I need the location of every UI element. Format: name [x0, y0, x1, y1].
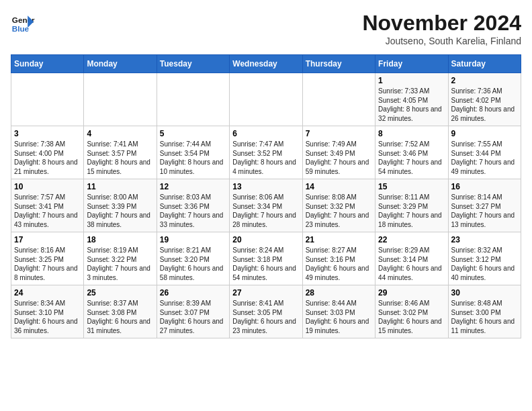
calendar-cell: 9Sunrise: 7:55 AMSunset: 3:44 PMDaylight… [448, 126, 521, 179]
day-detail: Sunrise: 8:44 AMSunset: 3:03 PMDaylight:… [306, 299, 372, 335]
calendar-week-4: 17Sunrise: 8:16 AMSunset: 3:25 PMDayligh… [11, 232, 521, 285]
day-detail: Sunrise: 8:32 AMSunset: 3:12 PMDaylight:… [451, 246, 518, 282]
main-title: November 2024 [362, 11, 521, 36]
calendar-cell: 6Sunrise: 7:47 AMSunset: 3:52 PMDaylight… [230, 126, 302, 179]
day-detail: Sunrise: 8:41 AMSunset: 3:05 PMDaylight:… [232, 299, 299, 335]
calendar-cell: 19Sunrise: 8:21 AMSunset: 3:20 PMDayligh… [157, 232, 229, 285]
day-detail: Sunrise: 8:21 AMSunset: 3:20 PMDaylight:… [160, 246, 226, 282]
day-detail: Sunrise: 8:37 AMSunset: 3:08 PMDaylight:… [87, 299, 153, 335]
calendar-cell: 26Sunrise: 8:39 AMSunset: 3:07 PMDayligh… [157, 285, 229, 338]
day-detail: Sunrise: 8:27 AMSunset: 3:16 PMDaylight:… [306, 246, 372, 282]
calendar-cell: 21Sunrise: 8:27 AMSunset: 3:16 PMDayligh… [302, 232, 375, 285]
calendar-cell: 7Sunrise: 7:49 AMSunset: 3:49 PMDaylight… [302, 126, 375, 179]
day-detail: Sunrise: 7:44 AMSunset: 3:54 PMDaylight:… [160, 140, 226, 176]
calendar-cell: 13Sunrise: 8:06 AMSunset: 3:34 PMDayligh… [230, 179, 302, 232]
day-detail: Sunrise: 7:52 AMSunset: 3:46 PMDaylight:… [378, 140, 445, 176]
calendar-cell: 27Sunrise: 8:41 AMSunset: 3:05 PMDayligh… [230, 285, 302, 338]
title-area: November 2024 Joutseno, South Karelia, F… [362, 11, 521, 46]
calendar-week-2: 3Sunrise: 7:38 AMSunset: 4:00 PMDaylight… [11, 126, 521, 179]
day-number: 21 [306, 235, 372, 244]
day-number: 22 [378, 235, 445, 244]
day-of-week-monday: Monday [84, 55, 157, 73]
day-of-week-saturday: Saturday [448, 55, 521, 73]
calendar-cell: 23Sunrise: 8:32 AMSunset: 3:12 PMDayligh… [448, 232, 521, 285]
day-number: 18 [87, 235, 153, 244]
day-number: 20 [232, 235, 299, 244]
day-detail: Sunrise: 8:16 AMSunset: 3:25 PMDaylight:… [14, 246, 81, 282]
calendar-table: SundayMondayTuesdayWednesdayThursdayFrid… [11, 54, 521, 338]
day-number: 13 [232, 182, 299, 191]
day-number: 26 [160, 288, 226, 298]
calendar-cell: 3Sunrise: 7:38 AMSunset: 4:00 PMDaylight… [11, 126, 84, 179]
day-number: 7 [306, 129, 372, 138]
day-number: 4 [87, 129, 153, 138]
day-of-week-sunday: Sunday [11, 55, 84, 73]
header: General Blue November 2024 Joutseno, Sou… [11, 11, 521, 46]
calendar-cell: 20Sunrise: 8:24 AMSunset: 3:18 PMDayligh… [230, 232, 302, 285]
day-number: 25 [87, 288, 153, 298]
calendar-cell: 30Sunrise: 8:48 AMSunset: 3:00 PMDayligh… [448, 285, 521, 338]
day-number: 28 [306, 288, 372, 298]
calendar-cell: 1Sunrise: 7:33 AMSunset: 4:05 PMDaylight… [375, 73, 448, 126]
day-number: 11 [87, 182, 153, 191]
calendar-cell: 24Sunrise: 8:34 AMSunset: 3:10 PMDayligh… [11, 285, 84, 338]
calendar-cell [11, 73, 84, 126]
svg-text:Blue: Blue [12, 24, 30, 33]
day-detail: Sunrise: 8:08 AMSunset: 3:32 PMDaylight:… [306, 193, 372, 229]
calendar-cell: 29Sunrise: 8:46 AMSunset: 3:02 PMDayligh… [375, 285, 448, 338]
calendar-cell [84, 73, 157, 126]
day-of-week-wednesday: Wednesday [230, 55, 302, 73]
calendar-cell: 14Sunrise: 8:08 AMSunset: 3:32 PMDayligh… [302, 179, 375, 232]
logo: General Blue [11, 11, 35, 35]
day-number: 14 [306, 182, 372, 191]
calendar-cell: 12Sunrise: 8:03 AMSunset: 3:36 PMDayligh… [157, 179, 229, 232]
day-of-week-friday: Friday [375, 55, 448, 73]
day-number: 23 [451, 235, 518, 244]
calendar-cell: 28Sunrise: 8:44 AMSunset: 3:03 PMDayligh… [302, 285, 375, 338]
day-number: 30 [451, 288, 518, 298]
calendar-cell [302, 73, 375, 126]
logo-icon: General Blue [11, 11, 35, 35]
day-of-week-thursday: Thursday [302, 55, 375, 73]
day-detail: Sunrise: 8:34 AMSunset: 3:10 PMDaylight:… [14, 299, 81, 335]
day-number: 3 [14, 129, 81, 138]
calendar-cell [157, 73, 229, 126]
day-number: 15 [378, 182, 445, 191]
day-number: 16 [451, 182, 518, 191]
calendar-cell: 2Sunrise: 7:36 AMSunset: 4:02 PMDaylight… [448, 73, 521, 126]
day-number: 10 [14, 182, 81, 191]
subtitle: Joutseno, South Karelia, Finland [362, 36, 521, 46]
day-number: 24 [14, 288, 81, 298]
calendar-cell: 16Sunrise: 8:14 AMSunset: 3:27 PMDayligh… [448, 179, 521, 232]
day-detail: Sunrise: 7:57 AMSunset: 3:41 PMDaylight:… [14, 193, 81, 229]
day-number: 12 [160, 182, 226, 191]
calendar-cell: 25Sunrise: 8:37 AMSunset: 3:08 PMDayligh… [84, 285, 157, 338]
day-detail: Sunrise: 8:48 AMSunset: 3:00 PMDaylight:… [451, 299, 518, 335]
calendar-week-5: 24Sunrise: 8:34 AMSunset: 3:10 PMDayligh… [11, 285, 521, 338]
calendar-cell: 8Sunrise: 7:52 AMSunset: 3:46 PMDaylight… [375, 126, 448, 179]
calendar-cell: 22Sunrise: 8:29 AMSunset: 3:14 PMDayligh… [375, 232, 448, 285]
day-detail: Sunrise: 8:46 AMSunset: 3:02 PMDaylight:… [378, 299, 445, 335]
calendar-cell: 4Sunrise: 7:41 AMSunset: 3:57 PMDaylight… [84, 126, 157, 179]
day-detail: Sunrise: 8:06 AMSunset: 3:34 PMDaylight:… [232, 193, 299, 229]
day-detail: Sunrise: 8:39 AMSunset: 3:07 PMDaylight:… [160, 299, 226, 335]
day-of-week-tuesday: Tuesday [157, 55, 229, 73]
day-detail: Sunrise: 8:29 AMSunset: 3:14 PMDaylight:… [378, 246, 445, 282]
day-number: 8 [378, 129, 445, 138]
day-detail: Sunrise: 8:03 AMSunset: 3:36 PMDaylight:… [160, 193, 226, 229]
calendar-cell: 15Sunrise: 8:11 AMSunset: 3:29 PMDayligh… [375, 179, 448, 232]
day-detail: Sunrise: 8:14 AMSunset: 3:27 PMDaylight:… [451, 193, 518, 229]
day-detail: Sunrise: 7:49 AMSunset: 3:49 PMDaylight:… [306, 140, 372, 176]
day-number: 19 [160, 235, 226, 244]
day-number: 2 [451, 76, 518, 85]
day-number: 5 [160, 129, 226, 138]
day-number: 29 [378, 288, 445, 298]
day-number: 17 [14, 235, 81, 244]
day-detail: Sunrise: 7:36 AMSunset: 4:02 PMDaylight:… [451, 87, 518, 123]
calendar-week-3: 10Sunrise: 7:57 AMSunset: 3:41 PMDayligh… [11, 179, 521, 232]
day-number: 27 [232, 288, 299, 298]
day-detail: Sunrise: 7:41 AMSunset: 3:57 PMDaylight:… [87, 140, 153, 176]
day-number: 1 [378, 76, 445, 85]
day-detail: Sunrise: 8:00 AMSunset: 3:39 PMDaylight:… [87, 193, 153, 229]
day-number: 6 [232, 129, 299, 138]
